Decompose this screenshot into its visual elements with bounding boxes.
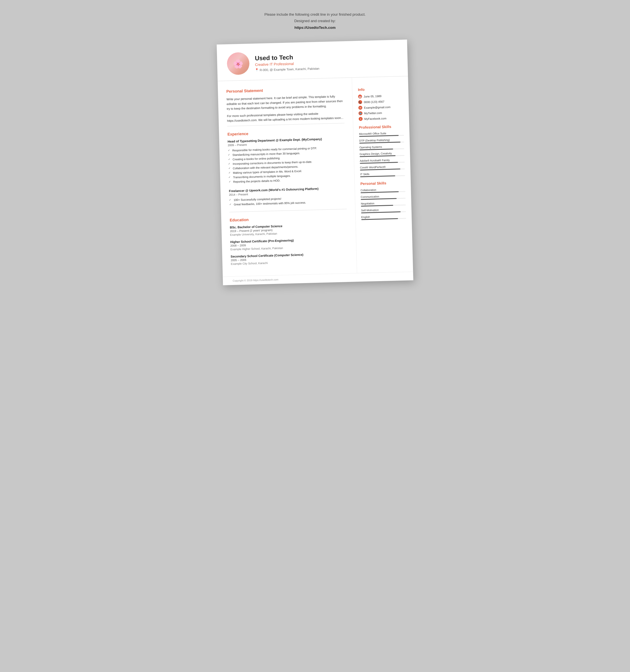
info-text: MyTwitter.com [364, 111, 382, 115]
resume-document: 🌸 Used to Tech Creative IT Professional … [217, 40, 413, 285]
avatar: 🌸 [227, 52, 250, 75]
skill-bar-fill [360, 175, 395, 177]
personal-statement-para1: Write your personal statement here. It c… [226, 94, 344, 111]
personal-skills-title: Personal Skills [360, 181, 405, 186]
professional-skill-item: Microsoft® Office Suite [359, 131, 404, 137]
info-title: Info [358, 87, 403, 92]
professional-skill-item: Operating Systems [360, 145, 404, 150]
divider1 [227, 123, 344, 126]
skill-bar-fill [359, 135, 399, 137]
info-icon: ℹ [359, 117, 363, 121]
resume-name: Used to Tech [255, 53, 319, 62]
professional-skill-item: Adobe® Acrobat® Family [360, 158, 405, 164]
personal-statement-title: Personal Statement [226, 86, 344, 94]
experience-title: Experience [227, 129, 345, 136]
skill-bar-fill [361, 205, 393, 207]
info-item: 🐦MyTwitter.com [358, 110, 403, 115]
credit-line2: Designed and created by: [264, 18, 365, 24]
skill-bar-fill [360, 162, 398, 164]
info-icon: 🐦 [358, 112, 362, 115]
personal-skill-item: English [361, 215, 406, 220]
divider2 [229, 209, 347, 212]
right-column: Info 📅June 05, 1989📞0000 (123) 4567✉Exam… [352, 76, 413, 273]
credit-section: Please include the following credit line… [264, 11, 365, 31]
personal-skills-section: Personal Skills CollaborationCommunicati… [360, 181, 406, 220]
professional-skills-title: Professional Skills [359, 124, 404, 130]
personal-skill-item: Collaboration [361, 188, 406, 193]
left-column: Personal Statement Write your personal s… [218, 78, 357, 277]
info-icon: 📞 [358, 100, 362, 104]
info-items: 📅June 05, 1989📞0000 (123) 4567✉Example@g… [358, 94, 404, 121]
info-item: 📞0000 (123) 4567 [358, 99, 403, 104]
experience-item: Head of Typesetting Department @ Example… [228, 137, 346, 184]
professional-skills-section: Professional Skills Microsoft® Office Su… [359, 124, 405, 177]
education-item: BSc. Bachelor of Computer Science2019 – … [230, 223, 347, 236]
footer-text: Copyright © 2019 https://usedtotech.com [233, 278, 278, 282]
info-section: Info 📅June 05, 1989📞0000 (123) 4567✉Exam… [358, 87, 404, 121]
professional-skill-item: Graphics Design, Creativity [360, 151, 404, 157]
education-item: Higher School Certificate (Pre-Engineeri… [230, 237, 348, 251]
info-text: MyFacebook.com [364, 117, 386, 120]
skill-bar-fill [361, 211, 401, 213]
skill-bar-fill [361, 198, 396, 200]
info-icon: ✉ [358, 106, 362, 110]
experience-section: Experience Head of Typesetting Departmen… [227, 129, 347, 207]
info-item: ℹMyFacebook.com [359, 116, 404, 121]
info-text: June 05, 1989 [364, 94, 382, 98]
info-item: 📅June 05, 1989 [358, 94, 403, 99]
education-title: Education [229, 215, 347, 222]
credit-line1: Please include the following credit line… [264, 11, 365, 18]
info-text: 0000 (123) 4567 [364, 100, 384, 103]
skill-bar-fill [361, 191, 399, 193]
resume-header: 🌸 Used to Tech Creative IT Professional … [217, 40, 408, 81]
education-items: BSc. Bachelor of Computer Science2019 – … [230, 223, 348, 265]
skill-bar-fill [361, 218, 398, 220]
education-item: Secondary School Certificate (Computer S… [231, 252, 348, 265]
experience-item: Freelancer @ Upwork.com (World's #1 Outs… [229, 186, 347, 207]
info-text: Example@gmail.com [364, 105, 391, 109]
experience-items: Head of Typesetting Department @ Example… [228, 137, 347, 207]
info-item: ✉Example@gmail.com [358, 105, 403, 110]
personal-skill-item: Self-Motivation [361, 208, 406, 213]
resume-subtitle: Creative IT Professional [255, 61, 319, 67]
personal-skill-item: Communication [361, 194, 406, 200]
personal-skills-items: CollaborationCommunicationNegotiationSel… [361, 188, 406, 220]
personal-statement-section: Personal Statement Write your personal s… [226, 86, 344, 123]
skill-bar-fill [360, 155, 395, 157]
skill-bar-fill [360, 149, 393, 150]
personal-skill-item: Negotiation [361, 201, 406, 207]
personal-statement-para2: For more such professional templates ple… [227, 111, 344, 123]
professional-skill-item: DTP (Desktop Publishing) [359, 138, 404, 144]
professional-skill-item: IT Skills [360, 172, 405, 177]
resume-body: Personal Statement Write your personal s… [218, 76, 413, 277]
info-icon: 📅 [358, 95, 362, 99]
credit-url[interactable]: https://UsedtoTech.com [294, 25, 335, 30]
professional-skills-items: Microsoft® Office SuiteDTP (Desktop Publ… [359, 131, 405, 177]
header-info: Used to Tech Creative IT Professional R-… [255, 53, 319, 72]
education-section: Education BSc. Bachelor of Computer Scie… [229, 215, 348, 265]
resume-address: R-000, @ Example Town, Karachi, Pakistan [255, 67, 319, 72]
professional-skill-item: Corel® WordPerfect® [360, 165, 405, 170]
